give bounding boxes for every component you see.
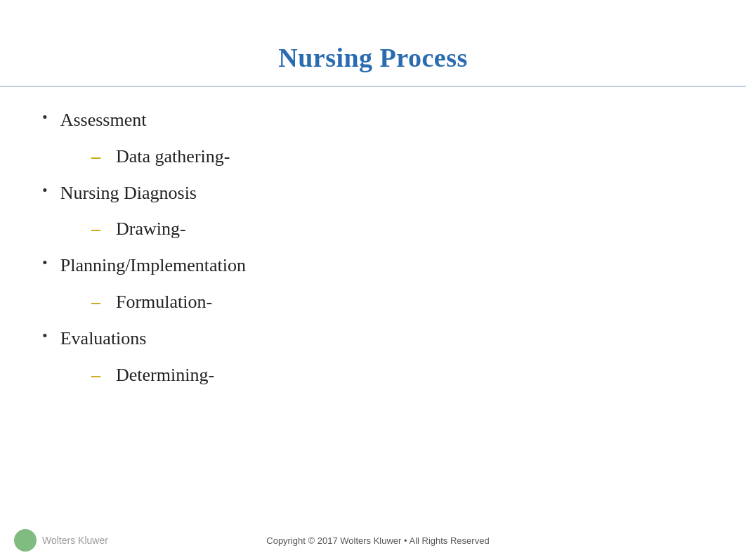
sub-dash: –	[91, 363, 100, 387]
page-title: Nursing Process	[0, 42, 746, 73]
sub-label: Data gathering-	[116, 145, 230, 169]
list-item: • Assessment	[42, 108, 704, 132]
bullet-label: Nursing Diagnosis	[60, 181, 197, 205]
sub-label: Determining-	[116, 363, 214, 387]
logo-text: Wolters Kluwer	[42, 535, 108, 546]
slide-container: Nursing Process • Assessment – Data gath…	[0, 0, 746, 560]
sub-list-item: – Drawing-	[91, 217, 704, 241]
sub-label: Drawing-	[116, 217, 186, 241]
logo-icon	[14, 529, 37, 552]
bullet-label: Assessment	[60, 108, 147, 132]
sub-list-item: – Data gathering-	[91, 145, 704, 169]
bullet-label: Planning/Implementation	[60, 254, 246, 278]
sub-dash: –	[91, 290, 100, 314]
sub-list-item: – Formulation-	[91, 290, 704, 314]
title-area: Nursing Process	[0, 0, 746, 87]
sub-dash: –	[91, 145, 100, 169]
sub-label: Formulation-	[116, 290, 212, 314]
bullet-dot: •	[42, 183, 48, 198]
list-item: • Planning/Implementation	[42, 254, 704, 278]
bullet-dot: •	[42, 328, 48, 344]
sub-list-item: – Determining-	[91, 363, 704, 387]
bullet-label: Evaluations	[60, 327, 147, 351]
footer: Wolters Kluwer Copyright © 2017 Wolters …	[0, 529, 746, 552]
content-area: • Assessment – Data gathering- • Nursing…	[0, 108, 746, 386]
list-item: • Evaluations	[42, 327, 704, 351]
list-item: • Nursing Diagnosis	[42, 181, 704, 205]
bullet-dot: •	[42, 110, 48, 125]
bullet-dot: •	[42, 255, 48, 271]
footer-logo: Wolters Kluwer	[14, 529, 108, 552]
footer-copyright: Copyright © 2017 Wolters Kluwer • All Ri…	[108, 535, 648, 546]
sub-dash: –	[91, 217, 100, 241]
